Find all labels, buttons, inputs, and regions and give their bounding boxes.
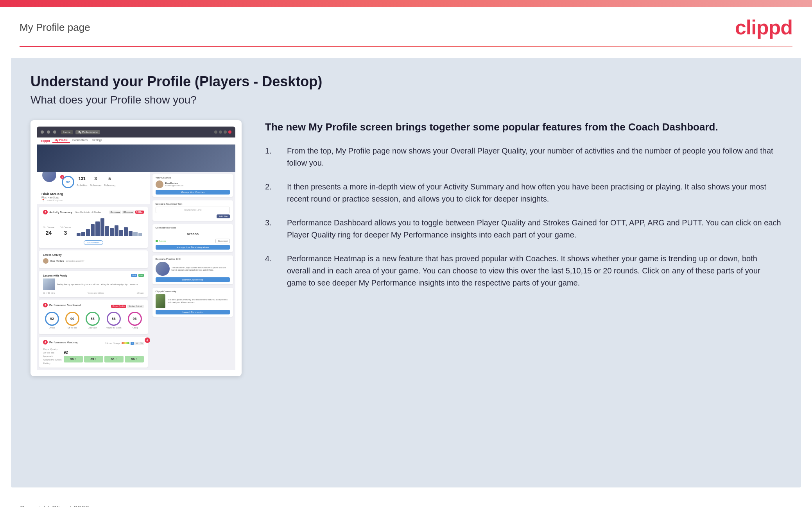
trackman-title: Upload a Trackman Test <box>156 203 230 205</box>
heatmap-row-label-putt: Putting <box>43 362 62 364</box>
manage-integrations-btn[interactable]: Manage Your Data Integrations <box>156 245 230 250</box>
all-activities-btn[interactable]: All Activities <box>43 238 144 245</box>
heatmap-cell-app[interactable]: 85 ↑ <box>84 356 103 362</box>
heatmap-row-label-ott: Off the Tee <box>43 352 62 354</box>
lesson-images: 1 Image <box>136 292 143 294</box>
browser-icon-3 <box>224 130 227 134</box>
profile-two-col: 1 92 131 Activities <box>37 172 235 370</box>
step-badge-1: 1 <box>60 175 64 179</box>
tag-full: Full <box>138 274 144 277</box>
launch-community-btn[interactable]: Launch Community <box>156 310 230 314</box>
activities-label: Activities <box>77 184 88 187</box>
perf-ring-overall[interactable]: 92 Overall <box>45 312 59 329</box>
step-4-circle: 4 <box>145 337 150 343</box>
perf-ring-putt[interactable]: 96 Putting <box>128 312 142 329</box>
off-course-value: 3 <box>60 230 71 236</box>
followers-label: Followers <box>90 184 102 187</box>
arccos-name: Arccos <box>187 232 199 236</box>
browser-dot-1 <box>41 130 44 134</box>
perf-label-app: Approach <box>86 327 100 329</box>
perf-score-ott: 90 <box>70 317 74 321</box>
lesson-tags: Golf Full <box>131 274 143 277</box>
bar-12 <box>129 231 133 236</box>
activity-avatar <box>43 258 48 264</box>
list-item-1: From the top, My Profile page now shows … <box>265 145 782 169</box>
browser-dot-2 <box>47 130 50 134</box>
perf-score-putt: 96 <box>133 317 137 321</box>
subnav-connections[interactable]: Connections <box>70 139 90 143</box>
lesson-section: Lesson with Fordy Golf Full <box>39 271 148 297</box>
perf-ring-app[interactable]: 85 Approach <box>86 312 100 329</box>
perf-ring-ott-circle: 90 <box>65 312 79 326</box>
lesson-img-inner <box>43 278 55 290</box>
lesson-body: Feeling like my reps are working too and… <box>43 278 144 290</box>
perf-toggle-pq[interactable]: Player Quality <box>111 305 126 308</box>
profile-right-col: Your Coaches Dan Davies Axborough Golf C… <box>150 172 235 370</box>
launch-capture-btn[interactable]: Launch Capture App <box>156 277 230 282</box>
trackman-add-btn[interactable]: Add File <box>217 214 230 218</box>
right-heading: The new My Profile screen brings togethe… <box>265 120 782 134</box>
bar-4 <box>91 224 95 236</box>
bar-3 <box>86 229 90 236</box>
perf-toggle-sg[interactable]: Strokes Gained <box>127 305 143 308</box>
manage-coaches-btn[interactable]: Manage Your Coaches <box>156 190 230 195</box>
activity-filters: On-course Off-course 5 Mths <box>109 211 143 214</box>
list-item-1-text: From the top, My Profile page now shows … <box>287 145 782 169</box>
heatmap-main-score: 92 <box>64 350 72 355</box>
perf-ring-arg[interactable]: 86 Around the Green <box>106 312 122 329</box>
community-image <box>156 294 166 308</box>
heatmap-cell-putt[interactable]: 96 ↑ <box>125 356 144 362</box>
drill-title: Record a Practice Drill <box>156 258 230 260</box>
lesson-image <box>43 278 55 290</box>
heatmap-rounds-label: 5 Round Change: <box>105 342 120 345</box>
coach-avatar <box>156 180 163 188</box>
content-columns: Home My Performance clippd My Profile Co… <box>30 120 782 376</box>
connect-status-row: Arccos Disconnect <box>156 239 230 243</box>
perf-score-overall: 92 <box>50 317 54 321</box>
heatmap-cell-ott[interactable]: 90 ↑ <box>64 356 83 362</box>
screenshot-mockup: Home My Performance clippd My Profile Co… <box>30 120 242 376</box>
lesson-description: Feeling like my reps are working too and… <box>57 283 144 286</box>
heatmap-main-row: 92 <box>64 350 144 355</box>
trackman-input[interactable]: Trackman Link <box>156 207 230 213</box>
page-header: My Profile page clippd <box>0 7 812 46</box>
heatmap-round-options: 5 10 20 <box>131 342 144 345</box>
community-body: Visit the Clippd Community and discover … <box>156 294 230 308</box>
perf-label-putt: Putting <box>128 327 142 329</box>
bar-6 <box>100 218 104 236</box>
bar-11 <box>124 227 128 236</box>
activity-counts: On Course 24 Off Course 3 <box>43 223 71 236</box>
connect-status-dot <box>156 240 158 242</box>
perf-label-overall: Overall <box>45 327 59 329</box>
activity-chart <box>75 216 144 236</box>
subnav-settings[interactable]: Settings <box>90 139 104 143</box>
perf-score-app: 85 <box>91 317 95 321</box>
copyright-text: Copyright Clippd 2022 <box>20 505 89 507</box>
bar-14 <box>138 233 142 236</box>
bar-1 <box>77 233 81 236</box>
list-item-3-text: Performance Dashboard allows you to togg… <box>287 217 782 241</box>
followers-stat: 3 Followers <box>90 176 102 188</box>
disconnect-btn[interactable]: Disconnect <box>215 239 230 243</box>
heatmap-cell-atg[interactable]: 86 ↑ <box>104 356 124 362</box>
rounds-5[interactable]: 5 <box>131 342 134 345</box>
activity-name: Blair McHarg <box>50 260 64 262</box>
heatmap-row-label-app: Approach <box>43 355 62 357</box>
arccos-logo: Arccos <box>156 230 230 237</box>
subnav-myprofile[interactable]: My Profile <box>52 139 70 143</box>
coaches-panel: Your Coaches Dan Davies Axborough Golf C… <box>152 174 233 197</box>
perf-toggle: Player Quality Strokes Gained <box>111 305 144 308</box>
bar-5 <box>95 221 99 236</box>
performance-dashboard: 3 Performance Dashboard Player Quality S… <box>39 300 148 334</box>
rounds-10[interactable]: 10 <box>134 342 139 345</box>
all-activities-label: All Activities <box>84 240 103 245</box>
browser-icon-1 <box>214 130 217 134</box>
quality-ring-container: 1 92 <box>62 176 74 188</box>
lesson-duration: 01 hr 30 mins <box>43 292 55 294</box>
activities-value: 131 <box>77 176 88 181</box>
step-2: 2 <box>43 210 48 214</box>
heatmap-body: Player Quality Off the Tee Approach Arou… <box>43 348 144 364</box>
rounds-20[interactable]: 20 <box>139 342 144 345</box>
location-icon: 📍 <box>41 199 45 202</box>
perf-ring-ott[interactable]: 90 Off the Tee <box>65 312 79 329</box>
